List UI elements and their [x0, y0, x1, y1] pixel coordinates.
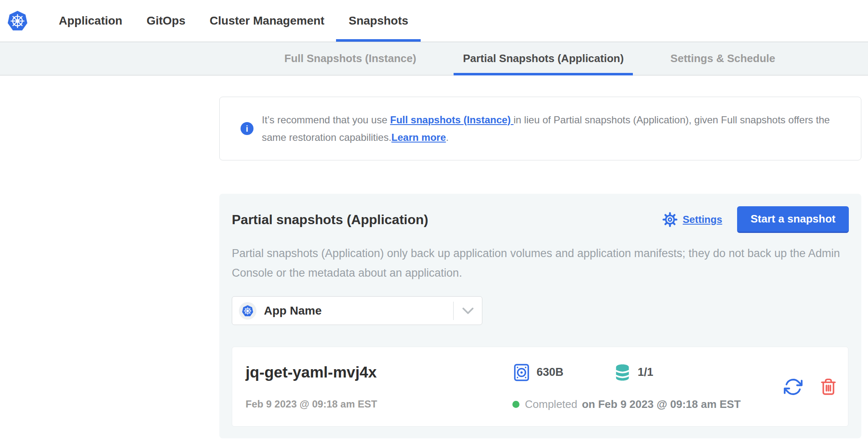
nav-application[interactable]: Application — [59, 0, 122, 42]
app-kubernetes-icon — [239, 302, 256, 320]
info-text-before: It’s recommend that you use — [262, 114, 390, 125]
snapshot-status: Completed on Feb 9 2023 @ 09:18 am EST — [512, 398, 775, 411]
info-banner-text: It’s recommend that you use Full snapsho… — [262, 111, 840, 146]
full-snapshots-instance-link[interactable]: Full snapshots (Instance) — [390, 114, 514, 125]
top-nav: Application GitOps Cluster Management Sn… — [0, 0, 868, 42]
snapshot-volumes-value: 1/1 — [638, 366, 654, 379]
tab-settings-schedule[interactable]: Settings & Schedule — [661, 42, 784, 75]
snapshot-size-value: 630B — [537, 366, 564, 379]
gear-icon — [662, 212, 678, 228]
snapshot-actions — [783, 377, 837, 397]
tab-partial-snapshots-application[interactable]: Partial Snapshots (Application) — [454, 42, 633, 75]
info-text-after: . — [446, 132, 449, 143]
panel-header: Partial snapshots (Application) — [232, 206, 849, 233]
learn-more-link[interactable]: Learn more — [391, 132, 446, 143]
panel-description: Partial snapshots (Application) only bac… — [232, 244, 849, 283]
chevron-down-icon — [454, 308, 482, 314]
nav-gitops[interactable]: GitOps — [146, 0, 185, 42]
snapshot-row: jq-get-yaml-mvj4x 630B — [232, 347, 848, 427]
status-finished-date: on Feb 9 2023 @ 09:18 am EST — [582, 398, 741, 411]
snapshot-metrics: 630B 1/1 — [512, 363, 775, 382]
delete-snapshot-button[interactable] — [820, 378, 837, 395]
tab-full-snapshots-instance[interactable]: Full Snapshots (Instance) — [275, 42, 425, 75]
status-dot-completed — [512, 401, 519, 408]
snapshot-volumes: 1/1 — [613, 363, 654, 382]
database-icon — [613, 363, 632, 382]
settings-label: Settings — [683, 214, 722, 225]
app-name-select[interactable]: App Name — [232, 296, 482, 325]
snapshot-details: jq-get-yaml-mvj4x 630B — [246, 363, 775, 411]
kubernetes-logo — [7, 10, 28, 31]
status-label: Completed — [525, 398, 577, 411]
snapshot-name: jq-get-yaml-mvj4x — [246, 364, 512, 381]
snapshots-subnav: Full Snapshots (Instance) Partial Snapsh… — [0, 42, 868, 75]
nav-cluster-management[interactable]: Cluster Management — [210, 0, 324, 42]
snapshot-started-date: Feb 9 2023 @ 09:18 am EST — [246, 398, 512, 410]
snapshot-size: 630B — [512, 363, 564, 382]
info-banner: i It’s recommend that you use Full snaps… — [219, 97, 861, 160]
restore-snapshot-button[interactable] — [783, 377, 803, 397]
top-nav-items: Application GitOps Cluster Management Sn… — [59, 0, 408, 42]
disk-icon — [512, 363, 531, 382]
nav-snapshots[interactable]: Snapshots — [349, 0, 408, 42]
start-snapshot-button[interactable]: Start a snapshot — [737, 206, 849, 233]
partial-snapshots-panel: Partial snapshots (Application) — [219, 194, 861, 438]
panel-title: Partial snapshots (Application) — [232, 212, 662, 228]
trash-icon — [820, 378, 837, 395]
snapshot-settings-link[interactable]: Settings — [662, 212, 722, 228]
restore-icon — [783, 377, 803, 397]
info-icon: i — [241, 122, 253, 135]
app-select-value: App Name — [264, 304, 453, 318]
page-content: i It’s recommend that you use Full snaps… — [219, 97, 861, 438]
